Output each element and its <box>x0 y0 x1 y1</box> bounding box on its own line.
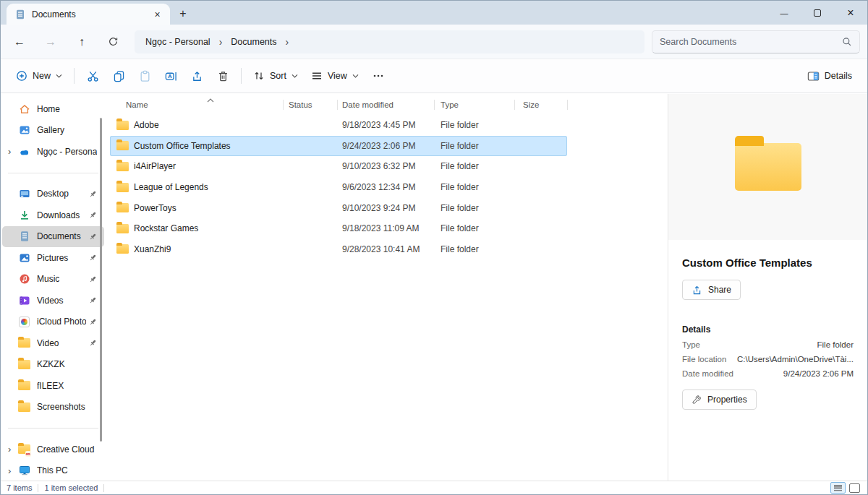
more-options-button[interactable] <box>365 64 391 88</box>
pictures-icon <box>18 252 30 264</box>
sidebar-item-icloud-photos[interactable]: iCloud Photos <box>2 311 104 333</box>
file-row-powertoys[interactable]: PowerToys 9/10/2023 9:24 PM File folder <box>110 197 567 218</box>
file-row-xuanzhi9[interactable]: XuanZhi9 9/28/2023 10:41 AM File folder <box>110 239 567 260</box>
file-name: PowerToys <box>134 197 176 218</box>
sort-button[interactable]: Sort <box>247 64 305 88</box>
view-button[interactable]: View <box>305 64 365 88</box>
detail-field-file-location: File location C:\Users\Admin\OneDrive\Tà… <box>682 355 854 363</box>
column-headers: Name Status Date modified Type Size <box>106 96 668 113</box>
sidebar-item-documents[interactable]: Documents <box>2 226 104 248</box>
breadcrumb[interactable]: Ngọc - Personal › Documents › <box>135 30 644 53</box>
toolbar-separator <box>241 68 242 84</box>
music-icon <box>18 273 30 285</box>
creative-cloud-folder-icon: ∞ <box>18 444 30 455</box>
column-header-name[interactable]: Name <box>126 96 148 113</box>
paste-button[interactable] <box>132 64 158 88</box>
list-view-icon <box>833 484 843 492</box>
field-label: Type <box>682 340 700 349</box>
copy-button[interactable] <box>106 64 132 88</box>
content-area: Home Gallery › Ngọc - Personal <box>1 94 867 481</box>
sidebar-item-video[interactable]: Video <box>2 332 104 354</box>
expand-chevron-icon[interactable]: › <box>8 146 18 157</box>
new-tab-button[interactable]: + <box>174 5 192 22</box>
field-label: Date modified <box>682 369 733 378</box>
properties-button[interactable]: Properties <box>682 389 757 410</box>
sidebar-item-creative-cloud[interactable]: › ∞ Creative Cloud Files <box>2 439 104 460</box>
sidebar-scrollbar[interactable] <box>100 118 102 442</box>
new-button[interactable]: New <box>9 64 69 88</box>
pin-icon <box>86 190 97 198</box>
column-header-type[interactable]: Type <box>441 96 459 113</box>
tab-close-icon[interactable]: × <box>150 7 164 21</box>
details-pane-toggle[interactable]: Details <box>801 64 859 88</box>
rename-button[interactable]: A <box>158 64 184 88</box>
refresh-icon <box>108 36 119 47</box>
pin-icon <box>86 233 97 241</box>
sidebar-item-gallery[interactable]: Gallery <box>2 120 104 142</box>
refresh-button[interactable] <box>101 30 125 54</box>
folder-icon <box>116 177 129 198</box>
thumbnail-view-toggle[interactable] <box>849 483 860 493</box>
pin-icon <box>86 339 97 347</box>
cut-button[interactable] <box>80 64 106 88</box>
file-name: Rockstar Games <box>134 218 198 239</box>
search-box[interactable] <box>652 30 860 53</box>
file-row-custom-office-templates[interactable]: Custom Office Templates 9/24/2023 2:06 P… <box>110 136 567 157</box>
sidebar-item-music[interactable]: Music <box>2 269 104 290</box>
breadcrumb-root[interactable]: Ngọc - Personal <box>142 37 214 47</box>
sidebar-item-label: Home <box>37 104 97 114</box>
wrench-icon <box>692 395 702 405</box>
sidebar-item-videos[interactable]: Videos <box>2 290 104 311</box>
file-row-i4airplayer[interactable]: i4AirPlayer 9/10/2023 6:32 PM File folde… <box>110 156 567 177</box>
back-button[interactable]: ← <box>7 30 32 54</box>
file-row-league-of-legends[interactable]: League of Legends 9/6/2023 12:34 PM File… <box>110 177 567 198</box>
details-view-toggle[interactable] <box>830 482 846 494</box>
breadcrumb-current[interactable]: Documents <box>227 37 280 47</box>
search-input[interactable] <box>660 37 842 47</box>
forward-button[interactable]: → <box>38 30 63 54</box>
file-row-rockstar-games[interactable]: Rockstar Games 9/18/2023 11:09 AM File f… <box>110 218 567 239</box>
gallery-icon <box>18 124 30 136</box>
expand-chevron-icon[interactable]: › <box>8 444 18 455</box>
minimize-button[interactable]: — <box>767 1 801 25</box>
pin-icon <box>86 254 97 262</box>
tab-documents[interactable]: Documents × <box>7 4 170 25</box>
expand-chevron-icon[interactable]: › <box>8 465 18 476</box>
sidebar-item-this-pc[interactable]: › This PC <box>2 460 104 482</box>
sidebar-item-label: Desktop <box>37 189 86 199</box>
up-button[interactable]: ↑ <box>69 30 94 54</box>
share-icon <box>692 285 702 296</box>
sidebar-item-label: Pictures <box>37 253 86 263</box>
downloads-icon <box>18 210 30 221</box>
sidebar-item-label: Ngọc - Personal <box>37 147 97 157</box>
sidebar-item-home[interactable]: Home <box>2 98 104 120</box>
column-header-status[interactable]: Status <box>289 96 312 113</box>
sidebar-item-fileex[interactable]: fILEEX <box>2 375 104 397</box>
file-type: File folder <box>441 218 479 239</box>
sidebar-item-kzkzk[interactable]: KZKZK <box>2 354 104 376</box>
delete-button[interactable] <box>210 64 236 88</box>
folder-icon <box>18 358 30 370</box>
share-button[interactable] <box>184 64 210 88</box>
sidebar-item-pictures[interactable]: Pictures <box>2 247 104 269</box>
command-bar: New A Sort View <box>1 59 867 93</box>
file-type: File folder <box>441 239 479 260</box>
sidebar-item-label: Music <box>37 274 86 284</box>
maximize-button[interactable] <box>801 1 834 25</box>
sidebar-item-desktop[interactable]: Desktop <box>2 184 104 205</box>
sidebar-item-onedrive[interactable]: › Ngọc - Personal <box>2 141 104 163</box>
close-button[interactable]: × <box>834 1 867 25</box>
share-button-label: Share <box>708 285 731 295</box>
sidebar-item-screenshots[interactable]: Screenshots <box>2 397 104 418</box>
column-header-size[interactable]: Size <box>523 96 539 113</box>
rename-icon: A <box>165 70 177 82</box>
share-button[interactable]: Share <box>682 280 741 300</box>
sidebar-item-downloads[interactable]: Downloads <box>2 205 104 226</box>
home-icon <box>18 103 30 115</box>
column-header-date-modified[interactable]: Date modified <box>342 96 393 113</box>
folder-icon <box>18 337 30 349</box>
status-bar: 7 items 1 item selected <box>1 481 867 494</box>
file-row-adobe[interactable]: Adobe 9/18/2023 4:45 PM File folder <box>110 115 567 136</box>
details-panel-icon <box>807 70 820 82</box>
folder-icon <box>18 380 30 392</box>
